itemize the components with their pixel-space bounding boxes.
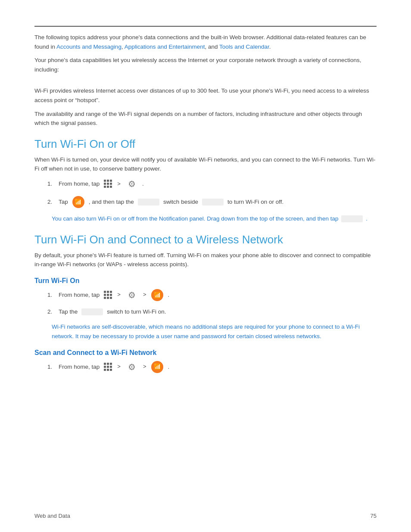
- wifi-icon: 📶: [72, 196, 84, 208]
- scan-connect-subtitle: Scan and Connect to a Wi-Fi Network: [34, 349, 377, 357]
- step1: 1. From home, tap > ⚙ .: [47, 178, 377, 190]
- settings-icon-3: ⚙: [126, 361, 138, 373]
- footer-left: Web and Data: [34, 513, 70, 519]
- step2-pre: Tap: [59, 197, 68, 207]
- sub1-step1: 1. From home, tap > ⚙ > 📶 .: [47, 289, 377, 301]
- top-divider: [34, 26, 377, 27]
- apps-icon-3: [104, 363, 112, 371]
- turn-wifi-onoff-steps: 1. From home, tap > ⚙ . 2. Tap 📶 , and t…: [47, 178, 377, 208]
- apps-icon-2: [104, 291, 112, 299]
- wifi-label-placeholder: [202, 199, 224, 205]
- arrow1: >: [117, 180, 121, 189]
- turn-wifi-connect-title: Turn Wi-Fi On and Connect to a Wireless …: [34, 233, 377, 246]
- note-icon-placeholder: [341, 215, 363, 222]
- turn-wifi-connect-desc: By default, your phone's Wi-Fi feature i…: [34, 251, 377, 269]
- wifi-icon-3: 📶: [151, 361, 163, 373]
- footer-right: 75: [371, 513, 377, 519]
- turn-wifi-onoff-title: Turn Wi-Fi On or Off: [34, 137, 377, 151]
- step2-mid: , and then tap the: [89, 197, 134, 207]
- wifi-intro-para1: Wi-Fi provides wireless Internet access …: [34, 86, 377, 105]
- page: The following topics address your phone'…: [0, 0, 411, 532]
- turn-wifi-on-subtitle: Turn Wi-Fi On: [34, 277, 377, 285]
- intro-para1: The following topics address your phone'…: [34, 33, 377, 51]
- turn-wifi-on-steps: 1. From home, tap > ⚙ > 📶 . 2. Tap the s…: [47, 289, 377, 317]
- settings-icon: ⚙: [126, 178, 138, 190]
- step2-switch: switch beside: [163, 197, 198, 207]
- turn-wifi-onoff-desc: When Wi-Fi is turned on, your device wil…: [34, 155, 377, 174]
- sub2-step1: 1. From home, tap > ⚙ > 📶 .: [47, 361, 377, 373]
- switch-label-2: [81, 308, 103, 315]
- step2-end: to turn Wi-Fi on or off.: [227, 197, 283, 207]
- wifi-icon-2: 📶: [151, 289, 163, 301]
- scan-connect-steps: 1. From home, tap > ⚙ > 📶 .: [47, 361, 377, 373]
- intro-para2: Your phone's data capabilities let you w…: [34, 56, 377, 74]
- applications-entertainment-link[interactable]: Applications and Entertainment: [125, 44, 205, 50]
- step1-text: From home, tap: [59, 179, 100, 189]
- step2: 2. Tap 📶 , and then tap the switch besid…: [47, 196, 377, 208]
- settings-icon-2: ⚙: [126, 289, 138, 301]
- apps-icon: [104, 180, 112, 188]
- tools-calendar-link[interactable]: Tools and Calendar: [219, 44, 269, 50]
- wifi-intro-para2: The availability and range of the Wi-Fi …: [34, 109, 377, 128]
- note2: Wi-Fi networks are self-discoverable, wh…: [52, 322, 377, 341]
- footer: Web and Data 75: [34, 513, 377, 519]
- sub1-step2: 2. Tap the switch to turn Wi-Fi on.: [47, 307, 377, 317]
- switch-label-placeholder: [138, 199, 159, 205]
- note1: You can also turn Wi-Fi on or off from t…: [52, 214, 377, 224]
- accounts-messaging-link[interactable]: Accounts and Messaging: [56, 44, 121, 50]
